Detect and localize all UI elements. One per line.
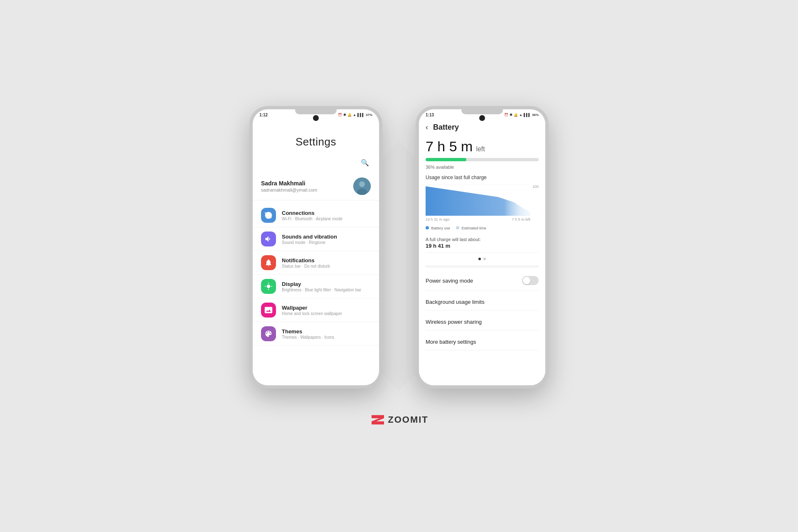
bluetooth-icon-2: ✱ xyxy=(510,113,512,117)
battery-text-1: 37% xyxy=(366,113,372,117)
background-usage-label: Background usage limits xyxy=(426,299,485,305)
connections-title: Connections xyxy=(282,210,342,216)
display-sub: Brightness · Blue light filter · Navigat… xyxy=(282,288,361,292)
profile-name: Sadra Makhmali xyxy=(261,180,317,187)
battery-time-value: 7 h 5 m xyxy=(426,138,473,155)
carousel-dots xyxy=(426,256,539,262)
wallpaper-icon xyxy=(261,303,276,318)
profile-email: sadramakhmali@ymail.com xyxy=(261,187,317,192)
display-title: Display xyxy=(282,281,361,287)
battery-chart: 100 xyxy=(426,185,539,222)
svg-point-3 xyxy=(359,181,365,187)
phone-settings: 1:12 ⏰ ✱ 🔔 ▲ ▌▌▌ 37% Settings 🔍 Sadra Ma… xyxy=(249,106,382,389)
power-saving-row[interactable]: Power saving mode xyxy=(426,271,539,291)
chart-legend: Battery use Estimated time xyxy=(426,226,539,230)
section-sep xyxy=(426,265,539,268)
full-charge-value: 19 h 41 m xyxy=(426,243,539,249)
battery-available-text: 36% available xyxy=(426,165,539,170)
themes-title: Themes xyxy=(282,328,334,335)
battery-chart-svg xyxy=(426,185,530,216)
settings-item-sounds[interactable]: Sounds and vibration Sound mode · Ringto… xyxy=(253,227,379,251)
notifications-sub: Status bar · Do not disturb xyxy=(282,264,330,268)
time-2: 1:13 xyxy=(426,113,434,117)
search-icon[interactable]: 🔍 xyxy=(359,157,371,168)
legend-battery-label: Battery use xyxy=(431,226,451,230)
wifi-icon-2: ▲ xyxy=(519,113,522,117)
bluetooth-icon: ✱ xyxy=(343,113,346,117)
sounds-icon xyxy=(261,232,276,246)
connections-sub: Wi-Fi · Bluetooth · Airplane mode xyxy=(282,217,342,221)
power-saving-label: Power saving mode xyxy=(426,278,473,284)
signal-icon-2: ▌▌▌ xyxy=(524,113,531,117)
background-usage-row[interactable]: Background usage limits xyxy=(426,294,539,310)
alarm-icon-2: ⏰ xyxy=(504,113,508,117)
notifications-title: Notifications xyxy=(282,257,330,264)
battery-content: 7 h 5 m left 36% available Usage since l… xyxy=(419,134,545,385)
signal-icon: ▌▌▌ xyxy=(357,113,365,117)
alarm-icon: ⏰ xyxy=(338,113,342,117)
settings-screen: Settings 🔍 Sadra Makhmali sadramakhmali@… xyxy=(253,119,379,385)
settings-item-connections[interactable]: Connections Wi-Fi · Bluetooth · Airplane… xyxy=(253,204,379,227)
dot-1 xyxy=(478,258,481,260)
chart-max-label: 100 xyxy=(532,185,539,189)
settings-item-themes[interactable]: Themes Themes · Wallpapers · Icons xyxy=(253,322,379,346)
search-row: 🔍 xyxy=(253,157,379,172)
settings-item-display[interactable]: Display Brightness · Blue light filter ·… xyxy=(253,275,379,298)
settings-item-wallpaper[interactable]: Wallpaper Home and lock screen wallpaper xyxy=(253,298,379,322)
legend-estimated-label: Estimated time xyxy=(462,226,487,230)
mute-icon-2: 🔔 xyxy=(514,113,518,117)
wallpaper-title: Wallpaper xyxy=(282,305,342,311)
themes-text: Themes Themes · Wallpapers · Icons xyxy=(282,328,334,340)
more-battery-row[interactable]: More battery settings xyxy=(426,334,539,350)
profile-info: Sadra Makhmali sadramakhmali@ymail.com xyxy=(261,180,317,192)
settings-item-notifications[interactable]: Notifications Status bar · Do not distur… xyxy=(253,251,379,275)
wallpaper-text: Wallpaper Home and lock screen wallpaper xyxy=(282,305,342,316)
zoomit-logo: ZOOMIT xyxy=(369,414,429,426)
battery-bar-fill xyxy=(426,158,466,161)
legend-battery-dot xyxy=(426,226,429,229)
chart-end-time: 7 h 5 m left xyxy=(512,217,530,222)
dot-2 xyxy=(483,258,486,260)
battery-screen: ‹ Battery 7 h 5 m left 36% available Usa… xyxy=(419,119,545,385)
battery-header: ‹ Battery xyxy=(419,119,545,134)
time-1: 1:12 xyxy=(259,113,268,117)
themes-sub: Themes · Wallpapers · Icons xyxy=(282,335,334,340)
battery-progress-bar xyxy=(426,158,539,161)
wireless-sharing-row[interactable]: Wireless power sharing xyxy=(426,314,539,330)
svg-marker-7 xyxy=(426,186,530,216)
connections-text: Connections Wi-Fi · Bluetooth · Airplane… xyxy=(282,210,342,221)
usage-since-label: Usage since last full charge xyxy=(426,175,539,180)
profile-row[interactable]: Sadra Makhmali sadramakhmali@ymail.com xyxy=(253,172,379,200)
legend-estimated: Estimated time xyxy=(456,226,486,230)
phone-battery: 1:13 ⏰ ✱ 🔔 ▲ ▌▌▌ 36% ‹ Battery 7 h 5 m xyxy=(416,106,549,389)
settings-list: Connections Wi-Fi · Bluetooth · Airplane… xyxy=(253,204,379,385)
battery-time-display: 7 h 5 m left xyxy=(426,138,539,155)
battery-title: Battery xyxy=(433,123,459,132)
chart-start-time: 19 h 31 m ago xyxy=(426,217,450,222)
svg-marker-8 xyxy=(372,415,384,425)
sounds-sub: Sound mode · Ringtone xyxy=(282,240,337,245)
more-battery-label: More battery settings xyxy=(426,339,476,345)
camera-dot xyxy=(313,115,319,121)
avatar xyxy=(353,177,371,195)
legend-estimated-dot xyxy=(456,226,459,229)
wifi-icon: ▲ xyxy=(353,113,356,117)
sounds-title: Sounds and vibration xyxy=(282,234,337,240)
zoomit-z-icon xyxy=(369,414,386,426)
connections-icon xyxy=(261,208,276,223)
battery-text-2: 36% xyxy=(532,113,539,117)
full-charge-box: A full charge will last about: 19 h 41 m xyxy=(426,234,539,253)
back-button[interactable]: ‹ xyxy=(426,123,428,132)
power-saving-toggle[interactable] xyxy=(522,276,539,285)
themes-icon xyxy=(261,326,276,341)
camera-dot-2 xyxy=(479,115,485,121)
full-charge-label: A full charge will last about: xyxy=(426,237,539,242)
chart-times: 19 h 31 m ago 7 h 5 m left xyxy=(426,217,539,222)
wireless-sharing-label: Wireless power sharing xyxy=(426,319,482,325)
status-icons-2: ⏰ ✱ 🔔 ▲ ▌▌▌ 36% xyxy=(504,113,539,117)
battery-left-label: left xyxy=(476,145,485,153)
notifications-text: Notifications Status bar · Do not distur… xyxy=(282,257,330,268)
sounds-text: Sounds and vibration Sound mode · Ringto… xyxy=(282,234,337,245)
zoomit-text: ZOOMIT xyxy=(388,414,429,425)
display-text: Display Brightness · Blue light filter ·… xyxy=(282,281,361,292)
